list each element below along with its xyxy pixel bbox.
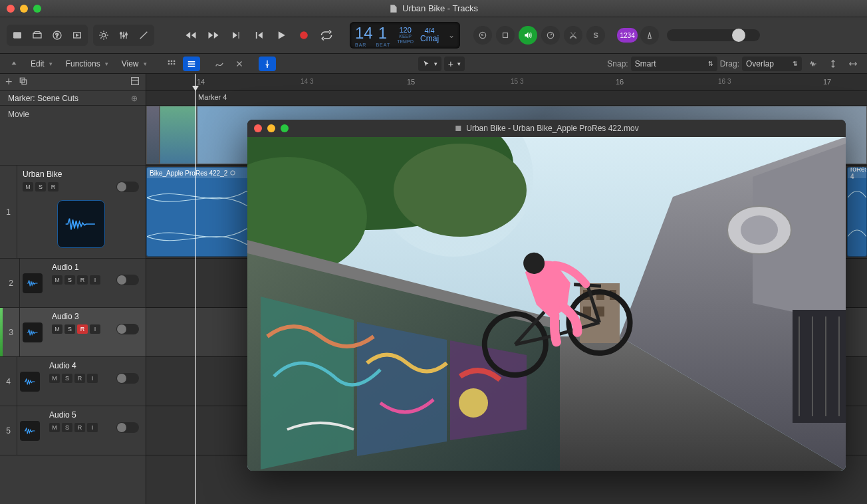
- rewind-button[interactable]: [180, 25, 202, 45]
- movie-window-titlebar[interactable]: Urban Bike - Urban Bike_Apple ProRes 422…: [247, 120, 846, 137]
- movie-zoom-button[interactable]: [281, 124, 289, 132]
- track-toggle[interactable]: [116, 422, 139, 433]
- solo-button[interactable]: S: [62, 423, 72, 432]
- mute-button[interactable]: M: [49, 423, 60, 432]
- movie-window[interactable]: Urban Bike - Urban Bike_Apple ProRes 422…: [247, 120, 846, 471]
- count-display[interactable]: 1234: [617, 28, 638, 43]
- minimize-window-button[interactable]: [20, 5, 28, 13]
- edit-menu[interactable]: Edit: [25, 57, 58, 71]
- stop-button[interactable]: [225, 25, 247, 45]
- replace-mode-button[interactable]: [473, 26, 492, 45]
- close-window-button[interactable]: [7, 5, 15, 13]
- metronome-button[interactable]: [640, 26, 659, 45]
- solo-button[interactable]: S: [35, 182, 46, 191]
- track-name[interactable]: Audio 4: [49, 361, 139, 370]
- timeline-ruler[interactable]: 14 14 3 15 15 3 16 16 3 17: [146, 74, 867, 91]
- track-name[interactable]: Audio 5: [49, 410, 139, 420]
- help-button[interactable]: ?: [48, 26, 66, 45]
- flex-button[interactable]: [231, 57, 248, 71]
- track-icon[interactable]: [23, 322, 43, 342]
- functions-menu[interactable]: Functions: [61, 57, 114, 71]
- waveform-zoom-button[interactable]: [805, 57, 822, 71]
- list-view-button[interactable]: [183, 57, 200, 71]
- solo-button[interactable]: S: [64, 275, 75, 285]
- audio-region-2[interactable]: roRes 4: [847, 167, 867, 257]
- marker-track-header[interactable]: Marker: Scene Cuts ⊕: [0, 91, 146, 106]
- track-name[interactable]: Audio 1: [52, 263, 139, 272]
- track-toggle[interactable]: [116, 324, 139, 334]
- movie-minimize-button[interactable]: [267, 124, 275, 132]
- global-tracks-button[interactable]: [130, 76, 140, 88]
- zoom-window-button[interactable]: [33, 5, 41, 13]
- track-header-1[interactable]: 1 Urban Bike M S R: [0, 166, 146, 259]
- lcd-bar-value[interactable]: 14: [355, 24, 373, 43]
- master-volume-button[interactable]: [519, 26, 537, 45]
- input-monitor-button[interactable]: I: [87, 423, 98, 432]
- track-toggle[interactable]: [116, 373, 139, 384]
- vertical-zoom-button[interactable]: [824, 57, 842, 71]
- catch-button[interactable]: [259, 57, 276, 71]
- playhead[interactable]: [195, 74, 196, 504]
- master-volume-slider[interactable]: [667, 29, 760, 41]
- mute-button[interactable]: M: [23, 182, 33, 191]
- tuner-button[interactable]: [541, 26, 560, 45]
- library-button[interactable]: [8, 26, 27, 45]
- forward-button[interactable]: [202, 25, 225, 45]
- drag-dropdown[interactable]: Overlap⇅: [742, 57, 802, 71]
- solo-mode-button[interactable]: S: [586, 26, 605, 45]
- record-enable-button[interactable]: R: [77, 324, 88, 334]
- solo-button[interactable]: S: [64, 324, 75, 334]
- go-to-start-button[interactable]: [247, 25, 270, 45]
- add-marker-button[interactable]: ⊕: [131, 94, 138, 103]
- record-enable-button[interactable]: R: [74, 374, 85, 383]
- record-enable-button[interactable]: R: [74, 423, 85, 432]
- up-arrow-button[interactable]: [5, 57, 23, 71]
- lcd-tempo-value[interactable]: 120: [399, 26, 411, 34]
- track-icon[interactable]: [20, 372, 40, 392]
- input-monitor-button[interactable]: I: [87, 374, 98, 383]
- add-track-button[interactable]: +: [5, 75, 13, 89]
- solo-button[interactable]: S: [62, 374, 72, 383]
- lcd-display[interactable]: 14 1 BAR BEAT 120 KEEP TEMPO 4/4 Cmaj ⌄: [350, 22, 460, 49]
- mute-button[interactable]: M: [52, 275, 62, 285]
- slider-knob[interactable]: [732, 29, 745, 42]
- mute-button[interactable]: M: [52, 324, 62, 334]
- low-latency-button[interactable]: [496, 26, 515, 45]
- timeline-marker-lane[interactable]: Marker 4: [146, 91, 867, 106]
- play-button[interactable]: [270, 25, 293, 45]
- snap-dropdown[interactable]: Smart⇅: [631, 57, 717, 71]
- duplicate-track-button[interactable]: [18, 76, 29, 88]
- track-header-2[interactable]: 2 Audio 1 M S R I: [0, 259, 146, 308]
- track-header-3[interactable]: 3 Audio 3 M S R I: [0, 308, 146, 357]
- track-toggle[interactable]: [116, 275, 139, 285]
- editor-button[interactable]: [134, 26, 153, 45]
- record-enable-button[interactable]: R: [77, 275, 88, 285]
- horizontal-zoom-button[interactable]: [844, 57, 862, 71]
- lcd-key-value[interactable]: Cmaj: [420, 35, 439, 43]
- input-monitor-button[interactable]: I: [90, 324, 100, 334]
- track-name[interactable]: Urban Bike: [23, 170, 139, 179]
- marker-label[interactable]: Marker 4: [198, 93, 227, 101]
- inspector-button[interactable]: [28, 26, 47, 45]
- mute-button[interactable]: M: [49, 374, 60, 383]
- movie-close-button[interactable]: [254, 124, 262, 132]
- mixer-button[interactable]: [114, 26, 133, 45]
- cycle-button[interactable]: [315, 25, 338, 45]
- count-in-button[interactable]: [564, 26, 582, 45]
- track-name[interactable]: Audio 3: [52, 312, 139, 321]
- track-icon[interactable]: [57, 200, 105, 248]
- lcd-beat-value[interactable]: 1: [378, 24, 387, 43]
- grid-view-button[interactable]: [163, 57, 180, 71]
- automation-button[interactable]: [211, 57, 228, 71]
- smart-controls-button[interactable]: [94, 26, 113, 45]
- record-enable-button[interactable]: R: [48, 182, 59, 191]
- record-button[interactable]: [293, 25, 315, 45]
- add-tool-dropdown[interactable]: +▾: [444, 57, 465, 71]
- track-header-5[interactable]: 5 Audio 5 M S R I: [0, 406, 146, 455]
- movie-track-header[interactable]: Movie: [0, 106, 146, 166]
- view-menu[interactable]: View: [116, 57, 152, 71]
- track-header-4[interactable]: 4 Audio 4 M S R I: [0, 357, 146, 406]
- lcd-dropdown-icon[interactable]: ⌄: [448, 31, 455, 40]
- input-monitor-button[interactable]: I: [90, 275, 100, 285]
- pointer-tool-dropdown[interactable]: ▾: [418, 57, 441, 71]
